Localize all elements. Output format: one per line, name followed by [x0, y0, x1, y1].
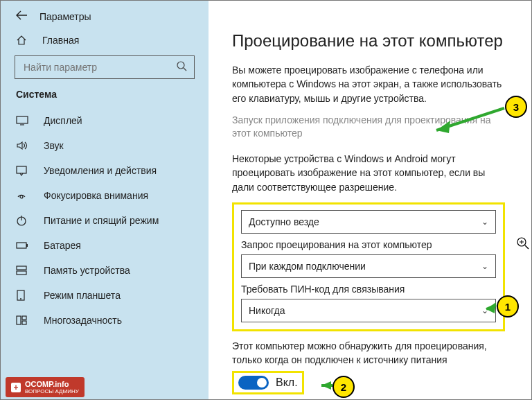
sidebar-item-storage[interactable]: Память устройства: [1, 258, 209, 283]
search-icon: [176, 60, 187, 74]
sidebar-home-label: Главная: [42, 35, 79, 46]
annotation-marker-1: 1: [497, 295, 519, 318]
svg-point-13: [20, 298, 21, 299]
discoverable-toggle[interactable]: [238, 376, 269, 390]
sidebar-item-display[interactable]: Дисплей: [1, 108, 209, 133]
main-content: Проецирование на этот компьютер Вы может…: [209, 1, 531, 399]
sidebar-section-title: Система: [1, 89, 209, 108]
notifications-icon: [16, 165, 30, 176]
chevron-down-icon: ⌄: [481, 261, 488, 271]
svg-rect-9: [26, 244, 28, 247]
sidebar-item-notifications[interactable]: Уведомления и действия: [1, 158, 209, 183]
tablet-icon: [16, 290, 30, 301]
sidebar-item-label: Многозадачность: [44, 315, 122, 326]
availability-select-value: Доступно везде: [249, 216, 319, 227]
svg-rect-10: [17, 266, 26, 270]
sidebar-item-tablet[interactable]: Режим планшета: [1, 283, 209, 308]
sidebar: Параметры Главная Система Дисплей Звук У…: [1, 1, 209, 399]
multitask-icon: [16, 315, 30, 325]
launch-connect-link[interactable]: Запуск приложения подключения для проект…: [232, 114, 505, 141]
sidebar-item-battery[interactable]: Батарея: [1, 233, 209, 258]
sidebar-item-label: Дисплей: [44, 115, 82, 126]
svg-rect-2: [17, 116, 28, 123]
svg-rect-11: [17, 271, 26, 275]
description-text: Некоторые устройства с Windows и Android…: [232, 152, 505, 194]
sidebar-item-label: Уведомления и действия: [44, 165, 157, 176]
display-icon: [16, 116, 30, 125]
home-icon: [16, 35, 27, 46]
svg-rect-16: [22, 321, 26, 324]
pin-label: Требовать ПИН-код для связывания: [241, 284, 496, 295]
annotation-marker-2: 2: [332, 376, 355, 398]
sidebar-item-label: Память устройства: [44, 265, 130, 276]
annotation-marker-3: 3: [505, 96, 527, 118]
pin-select[interactable]: Никогда ⌄: [241, 299, 496, 322]
watermark-brand: OCOMP.info: [25, 380, 69, 388]
power-icon: [16, 215, 30, 226]
sidebar-item-label: Звук: [44, 140, 64, 151]
sound-icon: [16, 141, 30, 150]
svg-rect-14: [17, 316, 21, 324]
watermark: + OCOMP.info ВОПРОСЫ АДМИНУ: [6, 377, 85, 397]
chevron-down-icon: ⌄: [481, 306, 488, 315]
sidebar-item-label: Фокусировка внимания: [44, 190, 148, 201]
pin-select-value: Никогда: [249, 305, 285, 316]
page-title: Проецирование на этот компьютер: [232, 31, 505, 51]
discoverable-toggle-row: Вкл.: [232, 371, 304, 394]
svg-rect-4: [17, 166, 26, 173]
svg-rect-15: [22, 316, 26, 320]
svg-point-5: [20, 195, 23, 198]
availability-select[interactable]: Доступно везде ⌄: [241, 210, 496, 234]
magnifier-cursor-icon: [517, 237, 529, 252]
ask-select-value: При каждом подключении: [249, 261, 366, 272]
svg-point-0: [177, 62, 184, 69]
sidebar-item-label: Батарея: [44, 240, 81, 251]
back-button[interactable]: [16, 10, 27, 22]
ask-label: Запрос проецирования на этот компьютер: [241, 239, 496, 250]
sidebar-item-label: Режим планшета: [44, 290, 121, 301]
window-title: Параметры: [39, 11, 91, 22]
focus-icon: [16, 190, 30, 201]
chevron-down-icon: ⌄: [481, 217, 488, 227]
toggle-label: Вкл.: [276, 376, 298, 389]
sidebar-item-sound[interactable]: Звук: [1, 133, 209, 158]
sidebar-item-home[interactable]: Главная: [1, 25, 209, 55]
options-highlight: Доступно везде ⌄ Запрос проецирования на…: [232, 202, 505, 331]
search-input[interactable]: [22, 61, 176, 73]
storage-icon: [16, 266, 30, 275]
sidebar-item-multitask[interactable]: Многозадачность: [1, 308, 209, 333]
ask-select[interactable]: При каждом подключении ⌄: [241, 254, 496, 278]
intro-text: Вы можете проецировать изображение с тел…: [232, 63, 505, 105]
svg-rect-8: [17, 243, 26, 248]
watermark-sub: ВОПРОСЫ АДМИНУ: [25, 388, 79, 394]
sidebar-item-label: Питание и спящий режим: [44, 215, 159, 226]
svg-line-26: [525, 245, 529, 249]
plus-icon: +: [11, 383, 21, 392]
settings-window: Параметры Главная Система Дисплей Звук У…: [0, 0, 532, 400]
battery-icon: [16, 241, 30, 250]
svg-line-1: [184, 68, 186, 71]
sidebar-item-power[interactable]: Питание и спящий режим: [1, 208, 209, 233]
sidebar-item-focus[interactable]: Фокусировка внимания: [1, 183, 209, 208]
discoverable-note: Этот компьютер можно обнаружить для прое…: [232, 340, 505, 367]
search-input-container[interactable]: [15, 55, 195, 79]
